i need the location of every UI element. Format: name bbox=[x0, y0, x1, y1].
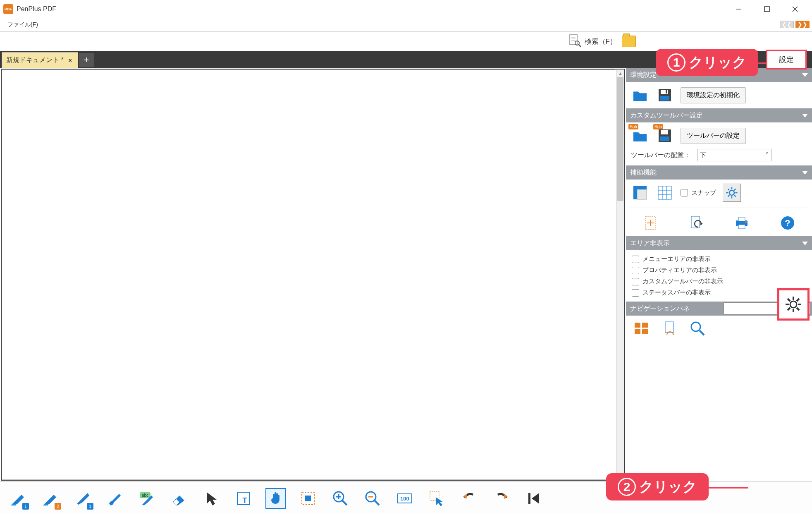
svg-marker-38 bbox=[700, 222, 703, 225]
upper-toolbar: 検索（F） bbox=[0, 31, 812, 51]
collapse-icon bbox=[802, 73, 808, 77]
open-sub-config-icon[interactable]: Sub bbox=[631, 127, 649, 145]
page-rotate-icon[interactable] bbox=[687, 214, 705, 232]
close-button[interactable] bbox=[786, 3, 805, 15]
scroll-up-arrow[interactable]: ▴ bbox=[616, 69, 624, 77]
grid-icon[interactable] bbox=[656, 184, 674, 202]
svg-line-82 bbox=[375, 500, 379, 505]
zoom-search-icon[interactable] bbox=[687, 318, 708, 339]
svg-line-79 bbox=[342, 500, 347, 505]
hand-tool[interactable] bbox=[265, 488, 286, 509]
callout-click-1: 1 クリック bbox=[656, 49, 758, 76]
section-header-assist-label: 補助機能 bbox=[630, 168, 657, 177]
highlighter-1-tool[interactable]: 1 bbox=[7, 488, 28, 509]
svg-rect-46 bbox=[642, 323, 648, 328]
svg-line-30 bbox=[728, 189, 729, 190]
scrollbar-thumb[interactable] bbox=[617, 77, 623, 201]
pointer-tool[interactable] bbox=[201, 488, 222, 509]
hand-pan-icon[interactable] bbox=[659, 318, 680, 339]
svg-rect-18 bbox=[633, 186, 637, 199]
svg-rect-16 bbox=[660, 136, 669, 141]
callout-click-2: 2 クリック bbox=[606, 473, 709, 500]
save-config-icon[interactable] bbox=[656, 86, 674, 104]
chevron-down-icon: ˅ bbox=[765, 151, 769, 159]
maximize-button[interactable] bbox=[757, 3, 776, 15]
new-tab-button[interactable]: + bbox=[79, 53, 94, 67]
eraser-tool[interactable] bbox=[169, 488, 189, 509]
hide-property-checkbox[interactable]: プロパティエリアの非表示 bbox=[632, 265, 806, 276]
zoom-out-tool[interactable] bbox=[362, 488, 383, 509]
svg-line-57 bbox=[788, 299, 790, 301]
settings-button-label: 設定 bbox=[779, 55, 794, 65]
badge-2: 2 bbox=[55, 503, 61, 510]
callout-1-text: クリック bbox=[689, 53, 747, 72]
open-folder-icon[interactable] bbox=[622, 36, 636, 47]
main-area: ▴ ▾ 環境設定 環境設定の初期化 カスタムツールバー設定 Sub bbox=[0, 68, 812, 481]
svg-rect-19 bbox=[637, 190, 647, 199]
help-icon[interactable]: ? bbox=[779, 214, 797, 232]
minimize-button[interactable] bbox=[729, 3, 748, 15]
svg-rect-89 bbox=[528, 493, 530, 504]
goto-start-tool[interactable] bbox=[523, 488, 544, 509]
svg-rect-40 bbox=[738, 217, 745, 221]
section-header-custom-toolbar[interactable]: カスタムツールバー設定 bbox=[626, 108, 812, 122]
highlighter-2-tool[interactable]: 2 bbox=[40, 488, 60, 509]
undo-tool[interactable] bbox=[459, 488, 480, 509]
settings-gear-highlighted[interactable] bbox=[777, 288, 810, 321]
reset-env-button[interactable]: 環境設定の初期化 bbox=[681, 87, 746, 103]
zoom-in-tool[interactable] bbox=[330, 488, 351, 509]
hide-menu-checkbox[interactable]: メニューエリアの非表示 bbox=[632, 254, 806, 265]
marker-tool[interactable]: 1 bbox=[72, 488, 93, 509]
pointer-select-tool[interactable] bbox=[427, 488, 447, 509]
text-highlight-tool[interactable]: abc bbox=[136, 488, 157, 509]
section-header-assist[interactable]: 補助機能 bbox=[626, 165, 812, 180]
badge-3: 1 bbox=[87, 503, 93, 510]
svg-line-33 bbox=[728, 195, 729, 196]
assist-gear-icon[interactable] bbox=[723, 184, 741, 202]
callout-1-num: 1 bbox=[667, 53, 685, 72]
vertical-scrollbar[interactable]: ▴ ▾ bbox=[616, 69, 624, 480]
thumbnails-icon[interactable] bbox=[631, 318, 652, 339]
hide-custom-toolbar-checkbox[interactable]: カスタムツールバーの非表示 bbox=[632, 276, 806, 287]
section-header-area-hide[interactable]: エリア非表示 bbox=[626, 236, 812, 250]
page-insert-icon[interactable] bbox=[641, 214, 659, 232]
text-box-tool[interactable]: T bbox=[233, 488, 254, 509]
ruler-icon[interactable] bbox=[631, 184, 649, 202]
document-canvas[interactable] bbox=[2, 69, 615, 480]
menu-file[interactable]: ファイル(F) bbox=[4, 19, 41, 30]
redo-tool[interactable] bbox=[491, 488, 512, 509]
svg-marker-90 bbox=[532, 493, 539, 504]
select-marquee-tool[interactable] bbox=[298, 488, 318, 509]
badge-1: 1 bbox=[22, 503, 29, 510]
collapse-icon bbox=[802, 171, 808, 175]
open-config-icon[interactable] bbox=[631, 86, 649, 104]
brush-tool[interactable] bbox=[104, 488, 125, 509]
tab-close-button[interactable]: × bbox=[67, 57, 74, 64]
svg-rect-49 bbox=[665, 322, 673, 333]
search-label: 検索（F） bbox=[585, 37, 617, 46]
svg-rect-12 bbox=[666, 90, 667, 93]
save-sub-config-icon[interactable]: Sub bbox=[656, 127, 674, 145]
search-doc-icon[interactable] bbox=[568, 34, 582, 49]
snap-checkbox[interactable]: スナップ bbox=[681, 187, 716, 199]
zoom-100-tool[interactable]: 100 bbox=[394, 488, 415, 509]
svg-line-58 bbox=[797, 308, 799, 310]
rewind-icon[interactable]: ❮❮ bbox=[780, 21, 794, 28]
callout-2-num: 2 bbox=[618, 478, 636, 496]
svg-rect-15 bbox=[661, 130, 668, 134]
svg-marker-86 bbox=[436, 497, 443, 506]
settings-button[interactable]: 設定 bbox=[766, 50, 807, 69]
print-icon[interactable] bbox=[733, 214, 751, 232]
svg-point-52 bbox=[790, 301, 797, 308]
collapse-icon bbox=[802, 242, 808, 245]
section-header-area-label: エリア非表示 bbox=[630, 239, 670, 248]
section-header-custom-label: カスタムツールバー設定 bbox=[630, 111, 703, 120]
toolbar-position-value: 下 bbox=[700, 151, 706, 159]
app-icon: PDF bbox=[3, 4, 13, 14]
svg-rect-47 bbox=[635, 329, 640, 334]
forward-icon[interactable]: ❯❯ bbox=[795, 21, 810, 28]
document-tab[interactable]: 新規ドキュメント * × bbox=[2, 52, 78, 68]
toolbar-settings-button[interactable]: ツールバーの設定 bbox=[681, 128, 746, 144]
toolbar-position-select[interactable]: 下˅ bbox=[697, 149, 771, 161]
collapse-icon bbox=[802, 114, 808, 117]
